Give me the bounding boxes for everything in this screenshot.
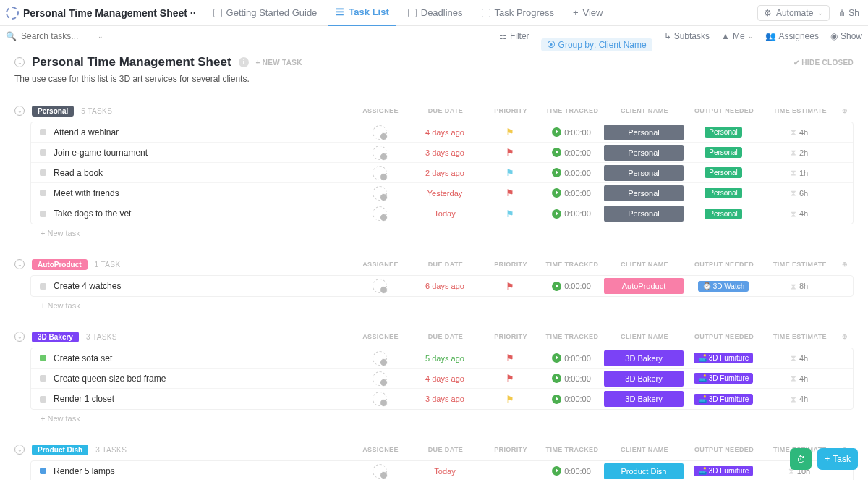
- priority-flag-icon[interactable]: ⚑: [506, 281, 514, 292]
- priority-flag-icon[interactable]: ⚑: [506, 353, 514, 363]
- col-assignee[interactable]: ASSIGNEE: [352, 107, 409, 114]
- task-name[interactable]: Meet with friends: [54, 188, 351, 198]
- status-dot[interactable]: [40, 283, 46, 290]
- status-dot[interactable]: [40, 211, 46, 217]
- status-dot[interactable]: [40, 129, 46, 135]
- show-button[interactable]: ◉Show: [830, 31, 862, 41]
- task-row[interactable]: Create sofa set 5 days ago ⚑ 0:00:00 3D …: [31, 348, 853, 369]
- assignee-cell[interactable]: [351, 166, 409, 180]
- assignee-cell[interactable]: [351, 392, 409, 406]
- output-cell[interactable]: 🛋️3D Furniture: [684, 466, 763, 476]
- col-time[interactable]: TIME TRACKED: [540, 261, 605, 268]
- groupby-button[interactable]: ⦿Group by: Client Name: [541, 38, 652, 51]
- col-client[interactable]: CLIENT NAME: [605, 446, 684, 453]
- group-pill[interactable]: AutoProduct: [32, 259, 88, 270]
- task-row[interactable]: Join e-game tournament 3 days ago ⚑ 0:00…: [31, 143, 853, 163]
- priority-cell[interactable]: ⚑: [481, 373, 539, 384]
- col-output[interactable]: OUTPUT NEEDED: [684, 446, 764, 453]
- estimate-cell[interactable]: ⧗8h: [763, 282, 835, 291]
- col-client[interactable]: CLIENT NAME: [605, 333, 684, 340]
- col-output[interactable]: OUTPUT NEEDED: [684, 333, 764, 340]
- due-date-cell[interactable]: Yesterday: [409, 189, 481, 198]
- client-cell[interactable]: 3D Bakery: [604, 350, 684, 366]
- automate-button[interactable]: ⚙ Automate ⌄: [757, 5, 830, 21]
- task-name[interactable]: Create 4 watches: [54, 281, 351, 291]
- task-row[interactable]: Take dogs to the vet Today ⚑ 0:00:00 Per…: [31, 203, 853, 224]
- col-due[interactable]: DUE DATE: [409, 446, 482, 453]
- col-time[interactable]: TIME TRACKED: [540, 446, 605, 453]
- client-cell[interactable]: Product Dish: [604, 463, 684, 479]
- priority-cell[interactable]: ⚑: [481, 209, 539, 219]
- play-button[interactable]: [552, 466, 561, 476]
- task-row[interactable]: Render 5 lamps Today 0:00:00 Product Dis…: [31, 461, 853, 480]
- priority-flag-icon[interactable]: ⚑: [506, 188, 514, 198]
- task-row[interactable]: Create queen-size bed frame 4 days ago ⚑…: [31, 369, 853, 389]
- play-button[interactable]: [552, 282, 561, 291]
- due-date-cell[interactable]: 4 days ago: [409, 374, 481, 383]
- priority-flag-icon[interactable]: ⚑: [506, 147, 514, 158]
- filter-button[interactable]: ⚏Filter: [499, 31, 529, 41]
- output-cell[interactable]: Personal: [684, 209, 763, 219]
- search-input[interactable]: [21, 31, 93, 41]
- status-dot[interactable]: [40, 190, 46, 196]
- assignee-cell[interactable]: [351, 351, 409, 366]
- col-due[interactable]: DUE DATE: [409, 107, 482, 114]
- client-cell[interactable]: Personal: [604, 125, 684, 140]
- due-date-cell[interactable]: Today: [409, 467, 481, 476]
- assignee-cell[interactable]: [351, 206, 409, 221]
- estimate-cell[interactable]: ⧗4h: [763, 395, 835, 404]
- share-button[interactable]: ⋔ Sh: [835, 6, 862, 20]
- output-cell[interactable]: 🛋️3D Furniture: [684, 394, 763, 405]
- assignee-avatar[interactable]: [373, 371, 387, 386]
- assignee-avatar[interactable]: [373, 279, 387, 293]
- add-column-button[interactable]: ⊕: [836, 107, 854, 114]
- add-task-button[interactable]: + New task: [41, 229, 854, 237]
- task-name[interactable]: Take dogs to the vet: [54, 209, 351, 219]
- task-row[interactable]: Attend a webinar 4 days ago ⚑ 0:00:00 Pe…: [31, 122, 853, 143]
- priority-cell[interactable]: ⚑: [481, 281, 539, 292]
- collapse-group-button[interactable]: ⌄: [14, 106, 25, 116]
- estimate-cell[interactable]: ⧗2h: [763, 148, 835, 157]
- subtasks-button[interactable]: ↳Subtasks: [664, 31, 710, 41]
- col-time[interactable]: TIME TRACKED: [540, 333, 605, 340]
- collapse-group-button[interactable]: ⌄: [14, 332, 25, 342]
- estimate-cell[interactable]: ⧗1h: [763, 168, 835, 177]
- status-dot[interactable]: [40, 468, 46, 474]
- estimate-cell[interactable]: ⧗4h: [763, 209, 835, 219]
- priority-flag-icon[interactable]: ⚑: [506, 394, 514, 405]
- col-estimate[interactable]: TIME ESTIMATE: [764, 107, 836, 114]
- time-tracked-cell[interactable]: 0:00:00: [539, 168, 604, 177]
- collapse-group-button[interactable]: ⌄: [14, 445, 25, 455]
- client-cell[interactable]: Personal: [604, 185, 684, 201]
- play-button[interactable]: [552, 127, 561, 137]
- priority-cell[interactable]: ⚑: [481, 147, 539, 158]
- due-date-cell[interactable]: 3 days ago: [409, 148, 481, 157]
- client-cell[interactable]: Personal: [604, 206, 684, 222]
- priority-flag-icon[interactable]: ⚑: [506, 127, 514, 138]
- add-column-button[interactable]: ⊕: [836, 333, 854, 340]
- assignee-cell[interactable]: [351, 279, 409, 293]
- assignees-button[interactable]: 👥Assignees: [765, 31, 819, 41]
- due-date-cell[interactable]: 2 days ago: [409, 169, 481, 177]
- time-tracked-cell[interactable]: 0:00:00: [539, 148, 604, 157]
- status-dot[interactable]: [40, 396, 46, 403]
- time-tracked-cell[interactable]: 0:00:00: [539, 353, 604, 363]
- due-date-cell[interactable]: 6 days ago: [409, 282, 481, 290]
- search-box[interactable]: 🔍 ⌄: [6, 31, 122, 41]
- assignee-cell[interactable]: [351, 146, 409, 160]
- group-pill[interactable]: 3D Bakery: [32, 332, 79, 342]
- priority-cell[interactable]: ⚑: [481, 188, 539, 198]
- tab-task-list[interactable]: ☰ Task List: [328, 0, 396, 26]
- new-task-button[interactable]: + NEW TASK: [256, 59, 302, 67]
- output-cell[interactable]: 🛋️3D Furniture: [684, 353, 763, 363]
- assignee-cell[interactable]: [351, 186, 409, 201]
- assignee-avatar[interactable]: [373, 146, 387, 160]
- status-dot[interactable]: [40, 169, 46, 176]
- assignee-avatar[interactable]: [373, 351, 387, 366]
- group-pill[interactable]: Product Dish: [32, 445, 88, 455]
- col-estimate[interactable]: TIME ESTIMATE: [764, 333, 836, 340]
- estimate-cell[interactable]: ⧗4h: [763, 127, 835, 137]
- due-date-cell[interactable]: 4 days ago: [409, 128, 481, 137]
- priority-cell[interactable]: ⚑: [481, 394, 539, 405]
- status-dot[interactable]: [40, 149, 46, 156]
